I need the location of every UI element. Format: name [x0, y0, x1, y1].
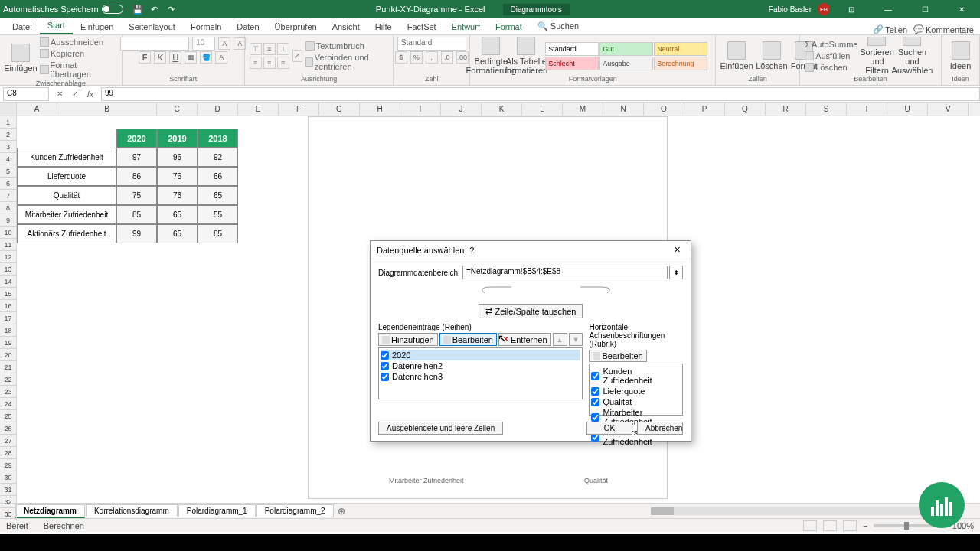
add-sheet-button[interactable]: ⊕	[335, 506, 348, 517]
column-header[interactable]: S	[806, 103, 847, 116]
dialog-help-icon[interactable]: ?	[464, 246, 479, 255]
comments-button[interactable]: 💬 Kommentare	[913, 24, 974, 34]
row-header[interactable]: 29	[0, 459, 17, 471]
chart-range-input[interactable]: =Netzdiagramm!$B$4:$E$8	[462, 266, 668, 279]
user-name[interactable]: Fabio Basler	[769, 5, 812, 14]
row-header[interactable]: 13	[0, 263, 17, 276]
table-cell[interactable]: 76	[157, 186, 198, 205]
sheet-tab-polar1[interactable]: Polardiagramm_1	[178, 504, 256, 517]
share-button[interactable]: 🔗 Teilen	[873, 24, 907, 34]
format-table-button[interactable]: Als Tabelle formatieren	[510, 37, 542, 75]
column-header[interactable]: H	[360, 103, 400, 116]
minimize-icon[interactable]: —	[873, 5, 903, 14]
row-header[interactable]: 8	[0, 202, 17, 214]
underline-button[interactable]: U	[169, 51, 181, 64]
clear-button[interactable]: Löschen	[805, 62, 858, 73]
cancel-formula-icon[interactable]: ✕	[54, 88, 66, 100]
fill-color-button[interactable]: 🪣	[200, 51, 212, 64]
row-header[interactable]: 33	[0, 508, 17, 520]
row-header[interactable]: 22	[0, 373, 17, 386]
move-down-button[interactable]: ▼	[569, 333, 583, 346]
cell-styles-gallery[interactable]: Standard Gut Neutral Schlecht Ausgabe Be…	[545, 42, 707, 70]
copy-button[interactable]: Kopieren	[40, 48, 117, 59]
align-bottom-icon[interactable]: ⊥	[277, 43, 289, 55]
user-avatar[interactable]: FB	[818, 3, 830, 15]
sheet-tab-korrelation[interactable]: Korrelationsdiagramm	[86, 504, 178, 517]
add-series-button[interactable]: Hinzufügen	[378, 333, 438, 346]
tab-start[interactable]: Start	[40, 18, 73, 34]
delete-cells-button[interactable]: Löschen	[756, 37, 788, 75]
row-header[interactable]: 1	[0, 116, 17, 129]
column-header[interactable]: A	[17, 103, 57, 116]
align-right-icon[interactable]: ≡	[277, 57, 289, 69]
tab-factset[interactable]: FactSet	[400, 19, 444, 34]
move-up-button[interactable]: ▲	[553, 333, 567, 346]
page-layout-view-icon[interactable]	[823, 520, 837, 531]
cancel-button[interactable]: Abbrechen	[637, 422, 683, 435]
column-header[interactable]: O	[644, 103, 684, 116]
row-header[interactable]: 5	[0, 165, 17, 178]
cut-button[interactable]: Ausschneiden	[40, 37, 117, 47]
tab-ueberpruefen[interactable]: Überprüfen	[267, 19, 325, 34]
comma-icon[interactable]: ,	[426, 51, 438, 64]
tab-datei[interactable]: Datei	[5, 19, 40, 34]
column-header[interactable]: L	[522, 103, 563, 116]
table-cell[interactable]: 65	[157, 205, 198, 224]
row-header[interactable]: 24	[0, 398, 17, 410]
tab-seitenlayout[interactable]: Seitenlayout	[121, 19, 183, 34]
column-header[interactable]: I	[400, 103, 441, 116]
zoom-out-icon[interactable]: −	[863, 521, 867, 530]
font-family-select[interactable]	[120, 37, 189, 51]
row-header[interactable]: 3	[0, 141, 17, 153]
table-cell[interactable]: 75	[116, 186, 157, 205]
undo-icon[interactable]: ↶	[149, 4, 160, 15]
align-middle-icon[interactable]: ≡	[263, 43, 276, 55]
align-center-icon[interactable]: ≡	[263, 57, 276, 69]
orientation-icon[interactable]: ⤢	[292, 50, 302, 62]
normal-view-icon[interactable]	[803, 520, 817, 531]
edit-series-button[interactable]: Bearbeiten	[439, 333, 497, 346]
insert-cells-button[interactable]: Einfügen	[720, 37, 753, 75]
column-header[interactable]: C	[157, 103, 198, 116]
align-top-icon[interactable]: ⊤	[250, 43, 262, 55]
formula-input[interactable]: 99	[101, 87, 980, 101]
table-cell[interactable]: 85	[116, 205, 157, 224]
column-header[interactable]: J	[441, 103, 482, 116]
table-cell[interactable]: 65	[157, 224, 198, 243]
row-header[interactable]: 15	[0, 288, 17, 300]
sort-filter-button[interactable]: Sortieren und Filtern	[861, 37, 893, 75]
font-color-button[interactable]: A	[215, 51, 227, 64]
remove-series-button[interactable]: ✕Entfernen	[498, 333, 551, 346]
column-header[interactable]: M	[563, 103, 603, 116]
fill-button[interactable]: Ausfüllen	[805, 51, 858, 61]
worksheet-grid[interactable]: 1234567891011121314151617181920212223242…	[0, 103, 980, 503]
wrap-text-button[interactable]: Textumbruch	[305, 41, 388, 51]
font-size-select[interactable]: 10	[192, 37, 215, 51]
border-button[interactable]: ▦	[185, 51, 197, 64]
hidden-cells-button[interactable]: Ausgeblendete und leere Zellen	[378, 422, 503, 435]
column-header[interactable]: E	[238, 103, 279, 116]
merge-button[interactable]: Verbinden und zentrieren	[305, 52, 388, 72]
column-header[interactable]: G	[319, 103, 360, 116]
sheet-tab-netzdiagramm[interactable]: Netzdiagramm	[15, 504, 85, 518]
table-cell[interactable]: 86	[116, 167, 157, 186]
percent-icon[interactable]: %	[410, 51, 423, 64]
increase-font-icon[interactable]: A	[218, 37, 230, 50]
ideas-button[interactable]: Ideen	[946, 37, 975, 75]
fx-icon[interactable]: fx	[84, 88, 96, 100]
paste-button[interactable]: Einfügen	[5, 39, 37, 77]
tab-einfuegen[interactable]: Einfügen	[73, 19, 121, 34]
row-header[interactable]: 27	[0, 435, 17, 447]
row-header[interactable]: 21	[0, 361, 17, 373]
row-header[interactable]: 9	[0, 214, 17, 227]
tab-ansicht[interactable]: Ansicht	[325, 19, 368, 34]
row-header[interactable]: 7	[0, 190, 17, 202]
row-header[interactable]: 25	[0, 410, 17, 422]
redo-icon[interactable]: ↷	[166, 4, 177, 15]
column-header[interactable]: K	[482, 103, 522, 116]
align-left-icon[interactable]: ≡	[250, 57, 262, 69]
name-box[interactable]: C8	[3, 87, 49, 101]
table-cell[interactable]: 85	[198, 224, 238, 243]
column-header[interactable]: D	[198, 103, 238, 116]
column-header[interactable]: R	[766, 103, 806, 116]
